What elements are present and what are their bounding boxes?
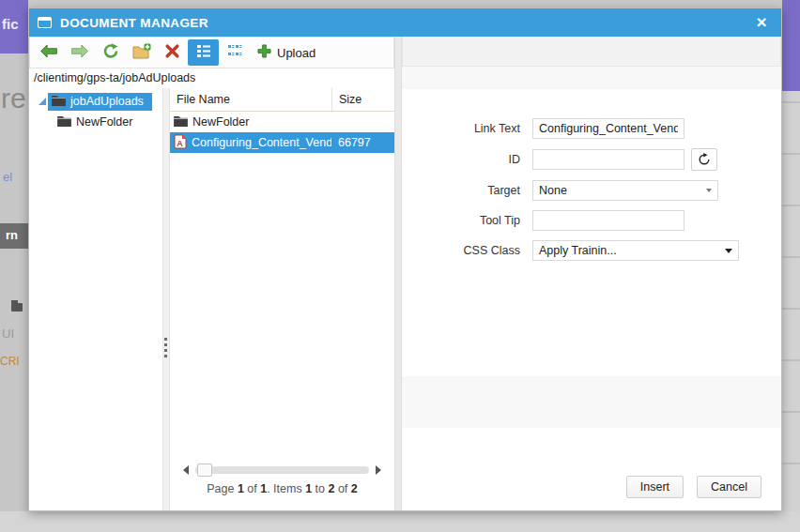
properties-subheader-band [402,67,781,89]
grid-view-icon [227,43,242,62]
forward-arrow-icon [70,44,89,62]
column-header-file-name[interactable]: File Name [170,93,331,106]
backdrop-label-fragment-2: CRI [0,355,20,368]
list-view-icon [196,43,211,62]
backdrop-right-table [782,0,800,532]
preview-band [402,376,781,428]
file-list-header: File Name Size [170,88,394,112]
backdrop-link-fragment: el [3,170,12,184]
id-label: ID [402,153,520,166]
tree-resize-gutter[interactable] [162,88,170,510]
toolbar: Upload [29,37,394,68]
dialog-footer: Insert Cancel [402,428,781,510]
refresh-icon [102,43,119,63]
upload-plus-icon [257,44,271,61]
dialog-titlebar: DOCUMENT MANAGER × [29,8,781,37]
backdrop-label-fragment-1: UI [2,327,14,341]
id-refresh-button[interactable] [691,148,717,171]
backdrop-left-page: fic re el rn UI CRI [0,0,28,532]
properties-toolbar-band [402,37,781,67]
cancel-button[interactable]: Cancel [697,476,762,498]
properties-panel: Link Text ID Target None Tool Tip [402,37,781,510]
list-view-button[interactable] [188,39,219,66]
tool-tip-label: Tool Tip [402,214,520,227]
link-properties-form: Link Text ID Target None Tool Tip [402,89,781,376]
backdrop-purple-header-right [782,0,800,91]
refresh-button[interactable] [95,39,126,66]
file-name-label: Configuring_Content_Vendo [192,136,331,149]
document-manager-dialog: DOCUMENT MANAGER × [28,8,782,511]
id-input[interactable] [532,149,685,170]
breadcrumb: /clientimg/gps-ta/jobAdUploads [29,68,394,88]
folder-tree: jobAdUploads NewFolder [29,88,162,510]
file-list: File Name Size NewFolder A Configur [170,88,394,510]
link-text-label: Link Text [402,122,520,135]
tree-item-label: jobAdUploads [70,95,144,108]
panel-divider[interactable] [394,37,402,510]
scroll-right-icon[interactable] [376,465,381,475]
file-size-label: 66797 [331,136,394,149]
grid-view-button[interactable] [219,39,250,66]
backdrop-button-fragment: rn [0,223,28,249]
delete-button[interactable] [157,39,188,66]
scrollbar-thumb[interactable] [197,464,212,477]
pdf-file-icon: A [174,134,187,152]
file-row-pdf-selected[interactable]: A Configuring_Content_Vendo 66797 [170,132,394,153]
forward-button[interactable] [64,39,95,66]
backdrop-icon-fragment [11,303,23,312]
new-folder-icon [132,43,151,63]
resize-grip-icon [164,338,168,357]
backdrop-heading-fragment: re [1,83,26,114]
file-row-newfolder[interactable]: NewFolder [170,112,394,132]
pagination-status: Page 1 of 1. Items 1 to 2 of 2 [170,479,394,502]
tree-item-newfolder[interactable]: NewFolder [29,112,162,132]
insert-button[interactable]: Insert [626,476,684,498]
upload-label: Upload [277,46,315,60]
file-name-label: NewFolder [192,115,249,129]
css-class-label: CSS Class [402,244,520,257]
backdrop-purple-header: fic [0,0,28,53]
window-icon [38,17,52,28]
folder-icon [52,95,66,109]
refresh-icon [698,153,711,166]
folder-icon [57,115,71,129]
new-folder-button[interactable] [126,39,157,66]
column-header-size[interactable]: Size [331,88,394,111]
back-arrow-icon [39,44,58,62]
target-label: Target [402,184,520,197]
chevron-down-icon [725,249,732,253]
close-icon[interactable]: × [750,10,773,35]
tree-item-label: NewFolder [76,115,132,129]
backdrop-bottom-strip [0,511,800,532]
delete-x-icon [164,43,180,63]
scrollbar-track[interactable] [195,466,369,474]
target-dropdown[interactable]: None [532,180,718,201]
tree-item-jobaduploads[interactable]: jobAdUploads [29,91,162,112]
back-button[interactable] [33,39,64,66]
target-selected-value: None [539,184,567,197]
expand-triangle-icon[interactable] [37,98,48,105]
horizontal-scrollbar [170,461,394,479]
scroll-left-icon[interactable] [183,465,189,475]
svg-text:A: A [177,138,183,147]
folder-icon [174,115,188,129]
link-text-input[interactable] [532,118,685,139]
tool-tip-input[interactable] [532,210,685,231]
css-class-selected-value: Apply Trainin... [539,244,617,257]
chevron-down-icon [706,189,712,192]
upload-button[interactable]: Upload [250,39,323,66]
dialog-title: DOCUMENT MANAGER [60,16,208,30]
css-class-dropdown[interactable]: Apply Trainin... [532,240,739,261]
